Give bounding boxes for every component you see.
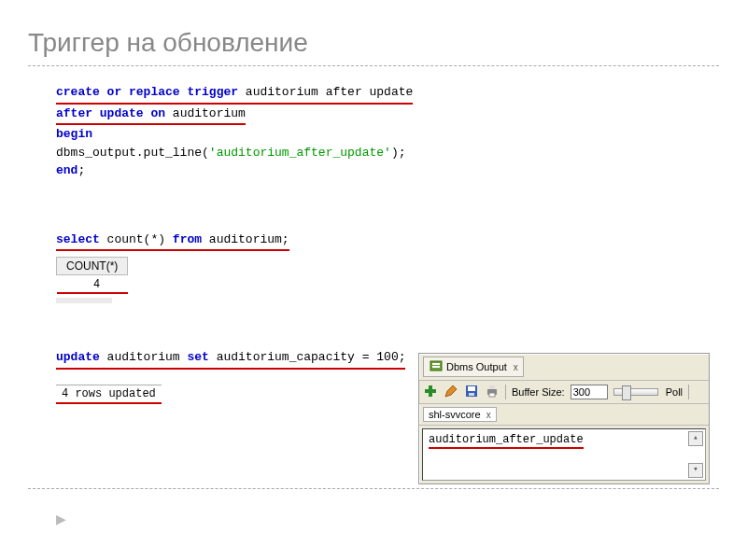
kw-update: update <box>56 350 100 364</box>
set-clause: auditorium_capacity = 100; <box>209 350 406 364</box>
buffer-size-label: Buffer Size: <box>512 386 565 398</box>
scroll-down-button[interactable]: ▾ <box>688 463 703 478</box>
dbms-output-icon <box>429 358 444 375</box>
svg-rect-11 <box>489 393 495 397</box>
divider-bottom <box>28 488 719 489</box>
result-value: 4 <box>57 275 128 294</box>
svg-rect-10 <box>489 385 495 389</box>
code-create-trigger: create or replace trigger auditorium aft… <box>56 83 719 180</box>
close-icon[interactable]: x <box>486 410 491 420</box>
kw-select: select <box>56 232 100 246</box>
count-expr: count(*) <box>100 232 173 246</box>
semi: ; <box>78 163 85 177</box>
kw-set: set <box>187 350 208 364</box>
kw-after-update: after update on <box>56 106 165 120</box>
pencil-icon[interactable] <box>444 384 458 400</box>
footer-arrow-icon: ▶ <box>56 511 719 526</box>
printer-icon[interactable] <box>485 384 500 400</box>
dbms-connection-tabs: shl-svvcore x <box>419 404 709 426</box>
kw-from: from <box>173 232 202 246</box>
dbms-output-tab[interactable]: Dbms Output x <box>423 357 524 377</box>
poll-slider[interactable] <box>613 388 658 396</box>
update-table: auditorium <box>100 350 188 364</box>
poll-label: Poll <box>666 386 683 398</box>
table-ref: auditorium; <box>202 232 289 246</box>
kw-begin: begin <box>56 127 92 141</box>
dbms-toolbar: Buffer Size: Poll <box>419 381 709 404</box>
connection-tab-label: shl-svvcore <box>429 409 481 420</box>
svg-marker-5 <box>445 385 457 397</box>
close-icon[interactable]: x <box>514 362 518 372</box>
table-name-val: auditorium <box>173 106 246 120</box>
output-line: auditorium_after_update <box>429 433 584 449</box>
buffer-size-input[interactable] <box>571 385 608 399</box>
kw-create: create or replace trigger <box>56 85 238 99</box>
dbms-output-textarea[interactable]: auditorium_after_update ▴ ▾ <box>422 428 706 481</box>
dbms-header: Dbms Output x <box>419 354 709 381</box>
dbms-output-panel: Dbms Output x Buffer Size: Poll shl-svvc… <box>418 353 710 484</box>
string-literal: 'auditorium_after_update' <box>209 146 391 160</box>
plus-icon[interactable] <box>423 384 438 400</box>
result-header: COUNT(*) <box>57 258 128 275</box>
code-select-count: select count(*) from auditorium; <box>56 231 719 252</box>
trigger-name: auditorium after update <box>246 85 413 99</box>
dbms-tab-label: Dbms Output <box>446 361 507 372</box>
kw-end: end <box>56 163 78 177</box>
svg-rect-2 <box>432 366 440 368</box>
page-title: Триггер на обновление <box>28 28 719 58</box>
paren-close: ); <box>391 146 406 160</box>
svg-rect-7 <box>468 386 475 391</box>
divider-top <box>28 65 719 66</box>
connection-tab[interactable]: shl-svvcore x <box>423 407 497 422</box>
svg-rect-8 <box>469 393 474 396</box>
rows-updated-message: 4 rows updated <box>56 385 162 404</box>
save-icon[interactable] <box>464 384 479 400</box>
svg-rect-1 <box>432 363 440 365</box>
dbms-call: dbms_output.put_line( <box>56 146 209 160</box>
scroll-up-button[interactable]: ▴ <box>688 431 703 446</box>
query-result-table: COUNT(*) 4 <box>56 257 128 294</box>
svg-rect-4 <box>425 389 436 393</box>
slider-thumb[interactable] <box>622 385 631 400</box>
